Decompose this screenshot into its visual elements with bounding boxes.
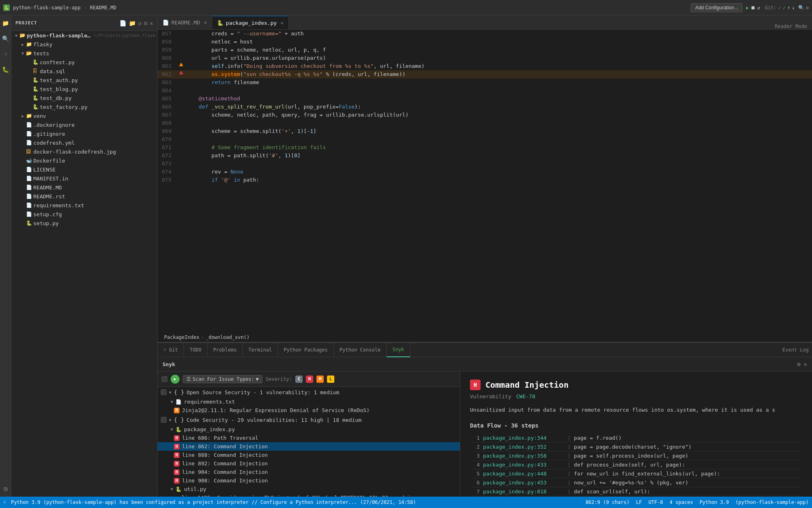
testfactory-label: test_factory.py [40, 104, 87, 110]
sidebar-item-tests[interactable]: ▼ 📂 tests [11, 49, 157, 58]
tab-packageindex[interactable]: 🐍 package_index.py ✕ [212, 16, 289, 29]
severity-m-badge[interactable]: M [316, 376, 324, 383]
df-file-link[interactable]: package_index.py:358 [483, 453, 564, 459]
sidebar-item-testfactory[interactable]: 🐍 test_factory.py [11, 102, 157, 111]
df-file-link[interactable]: package_index.py:818 [483, 488, 564, 495]
ln-863: 863 [158, 78, 178, 87]
snyk-item-862[interactable]: H line 862: Command Injection [158, 442, 460, 451]
sidebar-item-setuppy[interactable]: 🐍 setup.py [11, 219, 157, 228]
cwe-link[interactable]: CWE-78 [516, 393, 535, 399]
event-log-label[interactable]: Event Log [782, 347, 809, 353]
snyk-item-686[interactable]: H line 686: Path Traversal [158, 434, 460, 442]
sidebar-item-root[interactable]: ▼ 📂 python-flask-sample-app ~/Projects/p… [11, 31, 157, 40]
refresh-icon[interactable]: ↺ [138, 20, 141, 26]
git-arrow-up-icon[interactable]: ↑ [787, 5, 790, 11]
sidebar-item-dockerjpg[interactable]: 🖼 docker-flask-codefresh.jpg [11, 147, 157, 156]
sidebar-item-gitignore[interactable]: 📄 .gitignore [11, 129, 157, 138]
snyk-file-packageindex[interactable]: ▼ 🐍 package_index.py [158, 425, 460, 434]
df-file-link[interactable]: package_index.py:433 [483, 462, 564, 468]
tab-python-console[interactable]: Python Console [334, 343, 387, 357]
sidebar-item-requirements[interactable]: 📄 requirements.txt [11, 201, 157, 210]
tab-snyk[interactable]: Snyk [387, 343, 410, 357]
search-icon[interactable]: 🔍 [798, 5, 804, 11]
collapse-icon[interactable]: ⊟ [144, 20, 147, 26]
snyk-file-utilpy[interactable]: ▼ 🐍 util.py [158, 485, 460, 493]
packageindex-tab-close[interactable]: ✕ [281, 20, 284, 26]
tab-terminal[interactable]: Terminal [243, 343, 278, 357]
sidebar-item-testblog[interactable]: 🐍 test_blog.py [11, 85, 157, 93]
close-sidebar-icon[interactable]: ✕ [150, 20, 153, 26]
severity-l-badge[interactable]: L [327, 376, 334, 383]
sidebar-item-codefresh[interactable]: 📄 codefresh.yml [11, 138, 157, 147]
run-icon[interactable]: ▶ [746, 5, 749, 11]
sidebar-item-venv[interactable]: ▶ 📁 venv [11, 111, 157, 120]
stop-icon[interactable]: ⏹ [751, 5, 756, 11]
extensions-activity-icon[interactable]: ⧉ [1, 484, 10, 493]
severity-h-badge[interactable]: H [306, 376, 313, 383]
sidebar-item-readme[interactable]: 📄 README.MD [11, 183, 157, 192]
git-activity-icon[interactable]: ⑂ [1, 50, 10, 59]
snyk-section-oss[interactable]: ▼ { } Open Source Security - 1 vulnerabi… [158, 387, 460, 397]
snyk-play-button[interactable]: ▶ [171, 375, 180, 384]
new-file-icon[interactable]: 📄 [119, 20, 126, 26]
tab-todo[interactable]: TODO [184, 343, 208, 357]
sidebar-item-license[interactable]: 📄 LICENSE [11, 165, 157, 174]
oss-checkbox[interactable] [161, 389, 167, 395]
readme-tab-close[interactable]: ✕ [204, 20, 207, 25]
reload-icon[interactable]: ↺ [757, 5, 760, 11]
testauth-label: test_auth.py [40, 77, 78, 83]
df-file-link[interactable]: package_index.py:448 [483, 471, 564, 477]
new-folder-icon[interactable]: 📁 [129, 20, 136, 26]
sidebar-item-conftest[interactable]: 🐍 conftest.py [11, 58, 157, 67]
breadcrumb-method[interactable]: _download_svn() [206, 334, 249, 340]
snyk-item-908[interactable]: H line 908: Command Injection [158, 476, 460, 485]
debug-activity-icon[interactable]: 🐛 [1, 65, 10, 74]
add-configuration-button[interactable]: Add Configuration... [691, 3, 743, 12]
status-lf[interactable]: LF [636, 499, 642, 505]
explorer-icon[interactable]: 📁 [1, 19, 10, 28]
df-file-link[interactable]: package_index.py:352 [483, 444, 564, 450]
sidebar-item-dockerfile[interactable]: 🐋 Dockerfile [11, 156, 157, 165]
breadcrumb-class[interactable]: PackageIndex [164, 334, 199, 340]
snyk-item-1435[interactable]: H line 1435: Consider using TLS instead … [158, 493, 460, 497]
sidebar-item-flasky[interactable]: ▶ 📁 flasky [11, 40, 157, 49]
panel-right-controls: Event Log [782, 347, 809, 353]
code-line-869: 869 scheme = scheme.split('+', 1)[-1] [158, 127, 812, 135]
snyk-item-892[interactable]: H line 892: Command Injection [158, 459, 460, 468]
snyk-settings-icon[interactable]: ⚙ [797, 361, 800, 367]
sidebar-item-testdb[interactable]: 🐍 test_db.py [11, 93, 157, 102]
tab-git[interactable]: ⑂ Git [158, 343, 184, 357]
df-file-link[interactable]: package_index.py:344 [483, 435, 564, 441]
snyk-checkbox[interactable] [162, 376, 167, 382]
sidebar-item-dockerignore[interactable]: 📄 .dockerignore [11, 120, 157, 129]
code-checkbox[interactable] [161, 417, 167, 423]
snyk-close-icon[interactable]: ✕ [804, 361, 807, 367]
severity-c-badge[interactable]: C [295, 376, 303, 383]
tab-readme[interactable]: 📄 README.MD ✕ [158, 16, 212, 29]
sidebar-item-testauth[interactable]: 🐍 test_auth.py [11, 76, 157, 85]
snyk-file-requirements[interactable]: ▼ 📄 requirements.txt [158, 397, 460, 406]
sidebar-item-setupcfg[interactable]: 📄 setup.cfg [11, 210, 157, 219]
reader-mode-label[interactable]: Reader Mode [775, 24, 807, 29]
code-editor[interactable]: 857 creds = " --username=" + auth 858 ne… [158, 30, 812, 332]
snyk-item-904[interactable]: H line 904: Command Injection [158, 468, 460, 476]
df-file-link[interactable]: package_index.py:453 [483, 480, 564, 486]
settings-icon[interactable]: ⚙ [806, 5, 809, 11]
snyk-section-code[interactable]: ▼ { } Code Security - 29 vulnerabilities… [158, 415, 460, 425]
sidebar-item-readmerst[interactable]: 📄 README.rst [11, 192, 157, 201]
git-arrow-down-icon[interactable]: ↓ [792, 5, 795, 11]
snyk-item-jinja[interactable]: M Jinja2@2.11.1: Regular Expression Deni… [158, 406, 460, 415]
snyk-item-888[interactable]: H line 888: Command Injection [158, 451, 460, 459]
scan-filter-button[interactable]: ☰ Scan For Issue Types: ▼ [183, 375, 262, 383]
todo-tab-label: TODO [190, 347, 201, 353]
readmerst-label: README.rst [33, 193, 65, 200]
tab-python-packages[interactable]: Python Packages [278, 343, 333, 357]
sidebar-item-manifest[interactable]: 📄 MANIFEST.in [11, 174, 157, 183]
status-position[interactable]: 862:9 (9 chars) [585, 499, 629, 505]
status-encoding[interactable]: UTF-8 [648, 499, 663, 505]
status-indent[interactable]: 4 spaces [669, 499, 693, 505]
tab-problems[interactable]: Problems [208, 343, 243, 357]
status-python[interactable]: Python 3.9 [699, 499, 729, 505]
search-activity-icon[interactable]: 🔍 [1, 34, 10, 43]
sidebar-item-datasql[interactable]: 🗄 data.sql [11, 67, 157, 76]
